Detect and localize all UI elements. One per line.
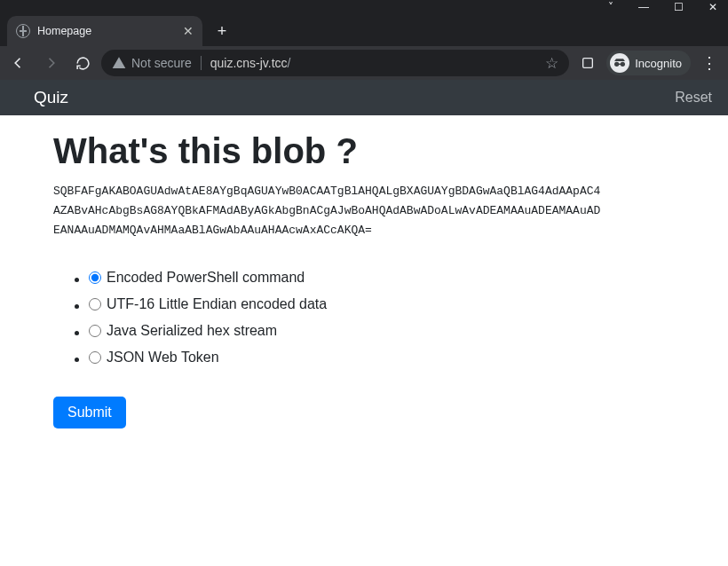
url-host: quiz.cns-jv.tcc: [210, 56, 288, 70]
quiz-option: Java Serialized hex stream: [89, 318, 675, 345]
page-viewport: Quiz Reset What's this blob ? SQBFAFgAKA…: [0, 80, 728, 566]
submit-button[interactable]: Submit: [53, 397, 126, 428]
tab-strip: Homepage ✕ +: [0, 14, 728, 46]
quiz-option-text: Encoded PowerShell command: [107, 270, 305, 286]
quiz-heading: What's this blob ?: [53, 131, 675, 171]
app-brand[interactable]: Quiz: [34, 88, 68, 107]
incognito-badge[interactable]: Incognito: [606, 51, 691, 75]
window-controls: ˅ ― ☐ ✕: [0, 0, 728, 14]
browser-menu-button[interactable]: ⋮: [696, 53, 723, 73]
svg-point-2: [621, 62, 625, 67]
quiz-option-radio[interactable]: [89, 351, 101, 364]
reset-link[interactable]: Reset: [675, 90, 712, 106]
back-button[interactable]: [5, 50, 32, 76]
tab-title: Homepage: [37, 25, 176, 37]
quiz-option-radio[interactable]: [89, 271, 101, 284]
quiz-option: Encoded PowerShell command: [89, 265, 675, 292]
svg-point-1: [614, 62, 619, 67]
quiz-option-label[interactable]: Java Serialized hex stream: [89, 323, 277, 339]
window-maximize-icon[interactable]: ☐: [674, 1, 684, 13]
browser-toolbar: Not secure quiz.cns-jv.tcc/ ☆ Incognito …: [0, 46, 728, 80]
window-close-icon[interactable]: ✕: [708, 1, 717, 13]
tab-close-icon[interactable]: ✕: [183, 24, 194, 38]
quiz-option-label[interactable]: Encoded PowerShell command: [89, 270, 305, 286]
quiz-option-text: Java Serialized hex stream: [107, 323, 277, 339]
quiz-option-radio[interactable]: [89, 298, 101, 311]
globe-icon: [16, 24, 30, 38]
quiz-options-list: Encoded PowerShell command UTF-16 Little…: [53, 265, 675, 372]
browser-tab[interactable]: Homepage ✕: [7, 16, 202, 46]
security-warning: Not secure: [112, 56, 192, 70]
incognito-icon: [610, 53, 629, 73]
new-tab-button[interactable]: +: [210, 19, 234, 43]
incognito-label: Incognito: [635, 57, 682, 70]
star-icon[interactable]: ☆: [545, 54, 558, 73]
url-path: /: [288, 56, 291, 70]
not-secure-label: Not secure: [131, 56, 192, 70]
app-navbar: Quiz Reset: [0, 80, 728, 115]
svg-rect-3: [619, 64, 621, 65]
reload-button[interactable]: [69, 50, 96, 76]
quiz-option-text: JSON Web Token: [107, 350, 219, 366]
window-minimize-icon[interactable]: ―: [638, 1, 649, 13]
quiz-option: UTF-16 Little Endian encoded data: [89, 292, 675, 318]
url-text: quiz.cns-jv.tcc/: [210, 56, 291, 70]
warning-icon: [112, 56, 126, 70]
quiz-option-label[interactable]: JSON Web Token: [89, 350, 219, 366]
quiz-option-text: UTF-16 Little Endian encoded data: [107, 296, 327, 312]
quiz-option: JSON Web Token: [89, 345, 675, 372]
svg-rect-0: [583, 59, 593, 68]
quiz-page: What's this blob ? SQBFAFgAKABOAGUAdwAtA…: [0, 115, 728, 446]
extensions-button[interactable]: [574, 50, 601, 76]
quiz-option-label[interactable]: UTF-16 Little Endian encoded data: [89, 296, 327, 312]
quiz-blob-text: SQBFAFgAKABOAGUAdwAtAE8AYgBqAGUAYwB0ACAA…: [53, 182, 604, 240]
window-caret-icon[interactable]: ˅: [608, 1, 613, 13]
quiz-option-radio[interactable]: [89, 325, 101, 337]
omnibox-separator: [201, 56, 202, 70]
forward-button[interactable]: [37, 50, 64, 76]
address-bar[interactable]: Not secure quiz.cns-jv.tcc/ ☆: [101, 50, 569, 76]
